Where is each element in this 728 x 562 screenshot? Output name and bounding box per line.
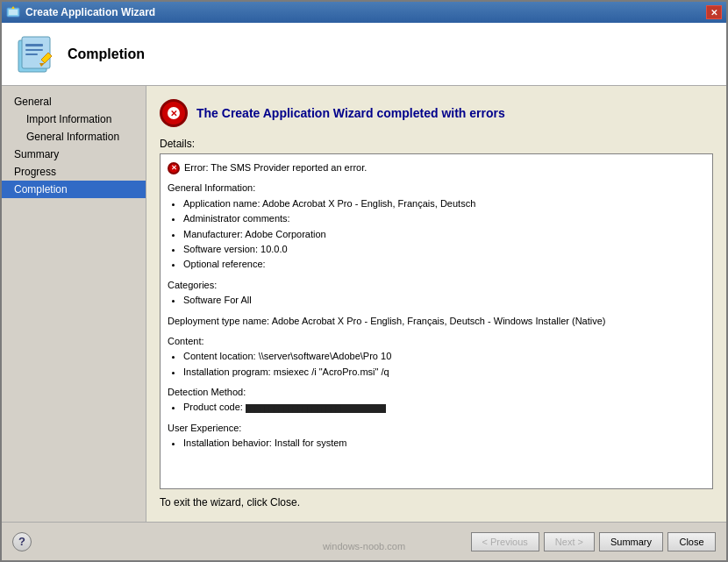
product-code-value — [246, 404, 386, 413]
details-box[interactable]: ✕ Error: The SMS Provider reported an er… — [160, 153, 713, 489]
sidebar-item-completion[interactable]: Completion — [2, 181, 146, 198]
general-info-list: Application name: Adobe Acrobat X Pro - … — [183, 197, 705, 272]
error-line-container: ✕ Error: The SMS Provider reported an er… — [168, 161, 705, 174]
user-experience-label: User Experience: — [168, 422, 705, 435]
sidebar-item-summary[interactable]: Summary — [2, 146, 146, 163]
svg-rect-7 — [25, 53, 38, 55]
categories-list: Software For All — [183, 294, 705, 307]
detection-method-section: Detection Method: Product code: — [168, 386, 705, 415]
install-behavior-item: Installation behavior: Install for syste… — [183, 437, 705, 450]
deployment-type-label: Deployment type name: — [168, 316, 269, 326]
install-behavior-value: Install for system — [275, 438, 347, 448]
small-error-icon: ✕ — [168, 162, 180, 174]
install-program-label: Installation program: — [183, 366, 271, 377]
general-info-label: General Information: — [168, 181, 705, 195]
user-experience-section: User Experience: Installation behavior: … — [168, 422, 705, 451]
app-name-item: Application name: Adobe Acrobat X Pro - … — [183, 197, 705, 210]
software-for-all-item: Software For All — [183, 294, 705, 307]
wizard-window: Create Application Wizard ✕ Completion G… — [0, 0, 728, 562]
product-code-label: Product code: — [183, 402, 243, 412]
exit-text: To exit the wizard, click Close. — [160, 496, 713, 509]
content-section: Content: Content location: \\server\soft… — [168, 335, 705, 379]
deployment-type-value: Adobe Acrobat X Pro - English, Français,… — [272, 316, 606, 326]
error-icon: ✕ — [160, 99, 188, 127]
content-list: Content location: \\server\software\Adob… — [183, 350, 705, 379]
wizard-footer: ? < Previous Next > Summary Close — [2, 522, 726, 560]
svg-rect-1 — [9, 10, 18, 15]
svg-rect-5 — [25, 44, 43, 46]
details-label: Details: — [160, 138, 713, 150]
categories-label: Categories: — [168, 279, 705, 292]
categories-section: Categories: Software For All — [168, 279, 705, 308]
close-button[interactable]: Close — [667, 532, 716, 551]
optional-ref-item: Optional reference: — [183, 258, 705, 271]
general-info-section: General Information: Application name: A… — [168, 181, 705, 271]
app-name-value: Adobe Acrobat X Pro - English, Français,… — [262, 198, 475, 209]
optional-ref-label: Optional reference: — [183, 259, 266, 269]
title-bar: Create Application Wizard ✕ — [2, 2, 726, 23]
title-bar-left: Create Application Wizard — [6, 5, 155, 19]
software-version-value: 10.0.0 — [261, 244, 288, 254]
content-location-value: \\server\software\Adobe\Pro 10 — [259, 351, 392, 361]
error-header: ✕ The Create Application Wizard complete… — [160, 99, 713, 127]
sidebar-item-general[interactable]: General — [2, 93, 146, 110]
next-button[interactable]: Next > — [544, 532, 595, 551]
admin-comments-label: Administrator comments: — [183, 213, 290, 224]
error-line-text: Error: The SMS Provider reported an erro… — [184, 161, 367, 174]
window-close-button[interactable]: ✕ — [706, 5, 722, 19]
footer-buttons: < Previous Next > Summary Close — [471, 532, 716, 551]
software-version-item: Software version: 10.0.0 — [183, 243, 705, 256]
content-location-label: Content location: — [183, 351, 256, 361]
manufacturer-item: Manufacturer: Adobe Corporation — [183, 228, 705, 241]
manufacturer-label: Manufacturer: — [183, 229, 243, 239]
deployment-type-section: Deployment type name: Adobe Acrobat X Pr… — [168, 315, 705, 328]
wizard-header: Completion — [2, 23, 726, 86]
wizard-body: General Import Information General Infor… — [2, 86, 726, 522]
detection-method-label: Detection Method: — [168, 386, 705, 399]
manufacturer-value: Adobe Corporation — [245, 229, 325, 239]
svg-rect-4 — [22, 37, 50, 68]
sidebar-item-import[interactable]: Import Information — [2, 110, 146, 128]
install-program-item: Installation program: msiexec /i "AcroPr… — [183, 366, 705, 379]
sidebar-item-progress[interactable]: Progress — [2, 163, 146, 181]
software-version-label: Software version: — [183, 244, 258, 254]
sidebar-item-general-info[interactable]: General Information — [2, 128, 146, 146]
footer-left: ? — [12, 532, 32, 551]
sidebar: General Import Information General Infor… — [2, 86, 146, 522]
detection-list: Product code: — [183, 401, 705, 414]
wizard-header-title: Completion — [68, 46, 145, 62]
main-panel: ✕ The Create Application Wizard complete… — [146, 86, 726, 522]
product-code-item: Product code: — [183, 401, 705, 414]
error-title: The Create Application Wizard completed … — [196, 106, 505, 120]
title-bar-text: Create Application Wizard — [25, 6, 155, 18]
previous-button[interactable]: < Previous — [471, 532, 539, 551]
app-name-label: Application name: — [183, 198, 260, 209]
install-behavior-label: Installation behavior: — [183, 438, 272, 448]
admin-comments-item: Administrator comments: — [183, 212, 705, 225]
content-label: Content: — [168, 335, 705, 348]
install-program-value: msiexec /i "AcroPro.msi" /q — [274, 366, 389, 377]
content-location-item: Content location: \\server\software\Adob… — [183, 350, 705, 363]
user-experience-list: Installation behavior: Install for syste… — [183, 437, 705, 450]
header-icon — [15, 33, 57, 75]
summary-button[interactable]: Summary — [599, 532, 663, 551]
help-button[interactable]: ? — [12, 532, 32, 551]
wizard-icon — [6, 5, 20, 19]
svg-rect-6 — [25, 49, 43, 51]
